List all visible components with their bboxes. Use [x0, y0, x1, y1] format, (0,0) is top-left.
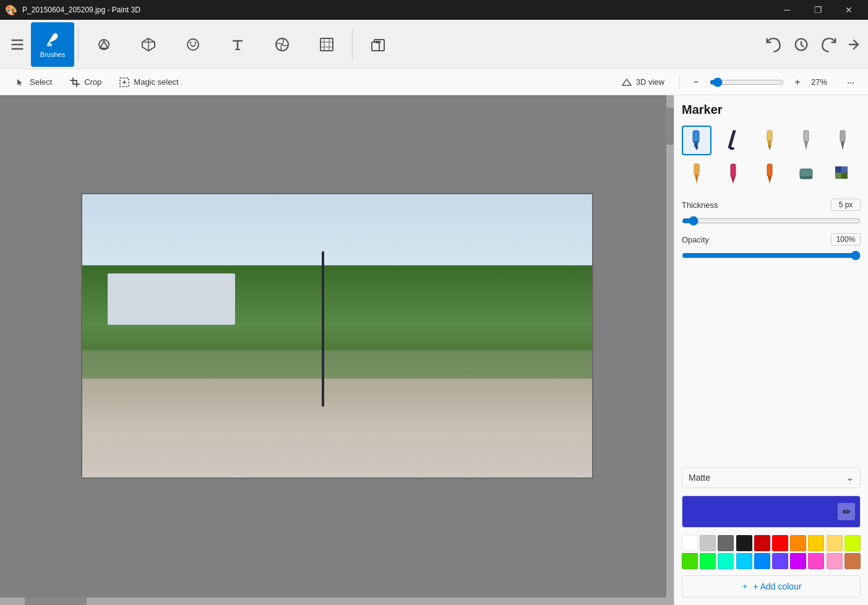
color-mint[interactable] [700, 553, 716, 569]
opacity-slider[interactable] [682, 251, 861, 260]
restore-button[interactable]: ❐ [804, 0, 832, 20]
vertical-scrollbar[interactable] [666, 95, 674, 605]
canvas-image [81, 193, 593, 479]
svg-rect-11 [693, 131, 699, 143]
panel-title: Marker [682, 103, 861, 117]
color-orange[interactable] [790, 535, 806, 551]
opacity-row: Opacity 100% [682, 233, 861, 246]
magic-select-button[interactable]: Magic select [111, 74, 186, 90]
titlebar: 🎨 P_20150604_205209.jpg - Paint 3D ─ ❐ ✕ [0, 0, 868, 20]
svg-rect-20 [840, 131, 845, 142]
color-lime[interactable] [844, 535, 861, 551]
color-brown[interactable] [844, 553, 861, 569]
paste-button[interactable] [356, 22, 400, 67]
color-red[interactable] [772, 535, 788, 551]
svg-rect-0 [47, 43, 52, 46]
zoom-in-button[interactable]: + [789, 74, 806, 91]
horizontal-scrollbar[interactable] [0, 598, 666, 605]
brushes-tool-button[interactable]: Brushes [31, 22, 74, 67]
svg-rect-18 [804, 131, 809, 142]
add-colour-button[interactable]: ＋ + Add colour [682, 575, 861, 598]
canvas-button[interactable] [305, 22, 348, 67]
color-cyan[interactable] [736, 553, 752, 569]
svg-rect-32 [835, 173, 841, 179]
color-white[interactable] [682, 535, 698, 551]
eyedropper-button[interactable]: ✏ [838, 503, 855, 520]
matte-label: Matte [689, 473, 710, 483]
color-lightgray[interactable] [700, 535, 716, 551]
svg-rect-33 [841, 173, 848, 179]
brush-pencil[interactable] [828, 126, 857, 155]
svg-marker-19 [804, 142, 808, 150]
color-green[interactable] [682, 553, 698, 569]
undo-button[interactable] [759, 22, 786, 67]
selection-toolbar: Select Crop Magic select 3D view − + 27%… [0, 69, 868, 95]
thickness-row: Thickness 5 px [682, 199, 861, 211]
more-toolbar-button[interactable] [844, 22, 863, 67]
color-black[interactable] [736, 535, 752, 551]
stickers-button[interactable] [171, 22, 215, 67]
color-gray[interactable] [718, 535, 734, 551]
brush-oil[interactable] [755, 126, 784, 155]
svg-point-14 [729, 147, 734, 150]
close-button[interactable]: ✕ [835, 0, 863, 20]
matte-dropdown[interactable]: Matte ⌄ [682, 467, 861, 488]
zoom-slider[interactable] [710, 77, 784, 87]
titlebar-controls: ─ ❐ ✕ [773, 0, 863, 20]
svg-rect-26 [767, 164, 772, 176]
file-menu-button[interactable] [5, 22, 30, 67]
text-button[interactable] [216, 22, 259, 67]
color-pink[interactable] [808, 553, 824, 569]
brush-pixel[interactable] [828, 159, 857, 189]
brush-spray[interactable] [755, 159, 784, 189]
color-yellow[interactable] [827, 535, 843, 551]
color-lightpink[interactable] [827, 553, 843, 569]
redo-button[interactable] [816, 22, 843, 67]
main-toolbar: Brushes [0, 20, 868, 69]
select-button[interactable]: Select [7, 74, 59, 90]
minimize-button[interactable]: ─ [773, 0, 801, 20]
color-teal[interactable] [718, 553, 734, 569]
2d-shapes-button[interactable] [82, 22, 126, 67]
brush-crayon[interactable] [718, 159, 748, 189]
svg-rect-22 [694, 164, 699, 175]
scrollbar-thumb-v[interactable] [666, 108, 674, 145]
brush-eraser[interactable] [791, 159, 821, 189]
svg-marker-27 [768, 176, 771, 184]
brush-pencil2[interactable] [682, 159, 711, 189]
overflow-menu-button[interactable]: ··· [841, 72, 861, 92]
history-button[interactable] [788, 22, 815, 67]
color-palette [682, 535, 861, 569]
canvas-area[interactable] [0, 95, 674, 605]
add-colour-label: + Add colour [753, 581, 801, 591]
svg-point-4 [195, 41, 197, 43]
building-element [108, 273, 235, 324]
lamppost [322, 251, 324, 406]
brush-watercolor[interactable] [791, 126, 821, 155]
effects-button[interactable] [260, 22, 304, 67]
thickness-value[interactable]: 5 px [831, 199, 861, 211]
active-color-swatch[interactable]: ✏ [682, 496, 861, 528]
3d-view-button[interactable]: 3D view [614, 74, 672, 90]
thickness-slider[interactable] [682, 216, 861, 226]
svg-point-2 [187, 39, 199, 50]
crop-button[interactable]: Crop [62, 74, 109, 90]
color-gold[interactable] [808, 535, 824, 551]
svg-marker-17 [768, 145, 771, 150]
color-darkred[interactable] [754, 535, 770, 551]
matte-chevron-icon: ⌄ [846, 473, 854, 483]
toolbar-separator-2 [352, 29, 353, 60]
brush-marker[interactable] [682, 126, 711, 155]
zoom-out-button[interactable]: − [687, 74, 705, 91]
scrollbar-thumb-h[interactable] [25, 598, 87, 605]
svg-rect-30 [835, 166, 841, 173]
svg-rect-15 [767, 131, 772, 142]
svg-rect-24 [731, 164, 736, 178]
brush-calligraphy[interactable] [718, 126, 748, 155]
opacity-value[interactable]: 100% [831, 233, 861, 246]
color-indigo[interactable] [772, 553, 788, 569]
svg-rect-12 [694, 142, 698, 147]
color-purple[interactable] [790, 553, 806, 569]
3d-objects-button[interactable] [127, 22, 170, 67]
color-blue[interactable] [754, 553, 770, 569]
